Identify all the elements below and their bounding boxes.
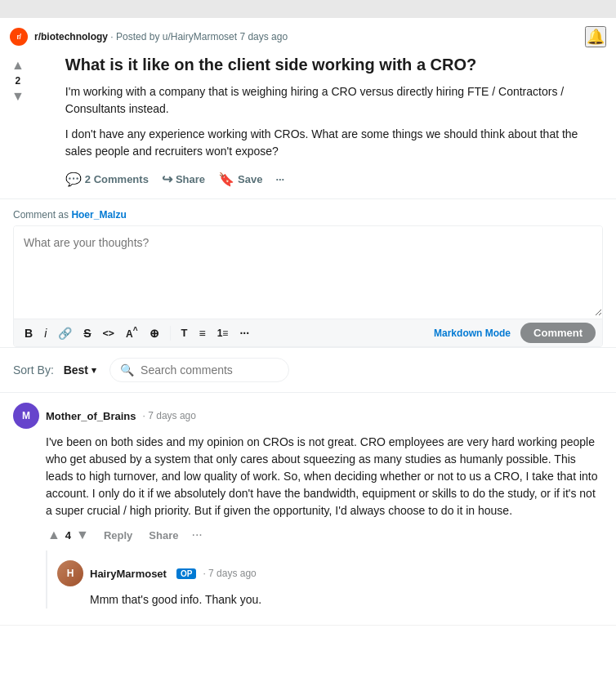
sort-by-control[interactable]: Sort By: Best ▾ [13,363,96,377]
comment-section: Comment as Hoer_Malzu B i 🔗 S <> A^ ⊕ T … [0,199,616,347]
avatar: M [13,403,39,429]
ordered-list-button[interactable]: 1≡ [213,324,233,342]
comments-icon: 💬 [65,172,82,187]
toolbar-separator [170,326,171,341]
comment-textarea[interactable] [14,226,602,316]
spoiler-button[interactable]: ⊕ [145,323,163,343]
more-toolbar-button[interactable]: ··· [235,323,253,343]
post-header-left: r/ r/biotechnology · Posted by u/HairyMa… [10,28,288,46]
comment-toolbar: B i 🔗 S <> A^ ⊕ T ≡ 1≡ ··· Markdown Mode… [14,319,602,346]
post-content: What is it like on the client side worki… [34,54,606,190]
downvote-button[interactable]: ▼ [10,88,26,105]
comment-textarea-container: B i 🔗 S <> A^ ⊕ T ≡ 1≡ ··· Markdown Mode… [13,225,603,347]
comment-upvote-button[interactable]: ▲ [46,526,62,544]
comments-button[interactable]: 💬 2 Comments [65,168,149,190]
comment-as-username[interactable]: Hoer_Malzu [71,209,126,221]
post-header: r/ r/biotechnology · Posted by u/HairyMa… [10,26,606,47]
heading-button[interactable]: T [177,323,192,342]
bold-button[interactable]: B [20,323,37,343]
post-author[interactable]: u/HairyMarmoset [163,31,237,42]
post-container: r/ r/biotechnology · Posted by u/HairyMa… [0,18,616,199]
strikethrough-button[interactable]: S [79,323,95,343]
subreddit-name[interactable]: r/biotechnology [34,31,108,42]
nested-comment-time: · 7 days ago [203,568,256,579]
comment-downvote-button[interactable]: ▼ [74,526,91,544]
comment-more-options[interactable]: ··· [191,528,202,542]
post-body: I'm working with a company that is weigh… [65,83,606,160]
comment-as-label: Comment as Hoer_Malzu [13,209,603,221]
search-comments-container: 🔍 [109,358,289,382]
sort-by-label: Sort By: [13,363,54,377]
comment-vote-group: ▲ 4 ▼ [46,526,91,544]
sort-search-bar: Sort By: Best ▾ 🔍 [0,347,616,393]
comment-submit-button[interactable]: Comment [520,323,596,343]
more-options-button[interactable]: ··· [275,170,284,189]
comment-author: Mother_of_Brains [46,410,136,422]
comment-item: M Mother_of_Brains · 7 days ago I've bee… [0,393,616,626]
post-actions: 💬 2 Comments ↪ Share 🔖 Save ··· [65,168,606,190]
unordered-list-button[interactable]: ≡ [195,323,210,343]
share-icon: ↪ [162,172,172,187]
reply-button[interactable]: Reply [100,528,136,543]
post-title: What is it like on the client side worki… [65,54,606,75]
save-icon: 🔖 [218,172,234,187]
search-icon: 🔍 [120,363,134,377]
save-label: Save [238,173,262,185]
nested-comment-body: Mmm that's good info. Thank you. [90,591,603,608]
link-button[interactable]: 🔗 [54,323,76,343]
comment-actions: ▲ 4 ▼ Reply Share ··· [46,526,603,544]
markdown-mode-button[interactable]: Markdown Mode [434,328,511,339]
comment-time: · 7 days ago [143,410,196,421]
superscript-button[interactable]: A^ [122,323,142,343]
share-label: Share [176,173,205,185]
post-body-para1: I'm working with a company that is weigh… [65,83,606,118]
nested-comment: H HairyMarmoset OP · 7 days ago Mmm that… [46,550,603,608]
op-badge: OP [176,568,196,579]
post-time-ago: 7 days ago [239,31,288,42]
nested-avatar: H [57,560,83,586]
search-comments-input[interactable] [141,363,279,377]
code-button[interactable]: <> [99,324,118,342]
comments-section: M Mother_of_Brains · 7 days ago I've bee… [0,393,616,626]
more-options-icon: ··· [275,173,284,185]
vote-count: 2 [16,75,21,87]
post-vote-title-row: ▲ 2 ▼ What is it like on the client side… [10,54,606,190]
top-bar [0,0,616,18]
save-button[interactable]: 🔖 Save [218,168,262,190]
share-button[interactable]: ↪ Share [162,168,205,190]
comment-vote-count: 4 [65,529,71,542]
italic-button[interactable]: i [40,323,51,343]
nested-comment-author: HairyMarmoset [90,568,167,580]
post-meta: r/biotechnology · Posted by u/HairyMarmo… [34,31,288,42]
comment-header: M Mother_of_Brains · 7 days ago [13,403,603,429]
comment-body: I've been on both sides and my opinion o… [46,434,603,519]
comment-share-button[interactable]: Share [145,528,181,543]
notification-bell-button[interactable]: 🔔 [585,26,606,47]
sort-dropdown-icon: ▾ [92,365,96,376]
comments-label: 2 Comments [85,173,149,185]
upvote-button[interactable]: ▲ [10,57,26,74]
sort-by-value: Best [64,363,88,377]
post-body-para2: I don't have any experience working with… [65,126,606,160]
nested-comment-header: H HairyMarmoset OP · 7 days ago [57,560,603,586]
post-separator: · Posted by [110,31,162,42]
vote-controls: ▲ 2 ▼ [10,57,26,105]
subreddit-icon: r/ [10,28,28,46]
